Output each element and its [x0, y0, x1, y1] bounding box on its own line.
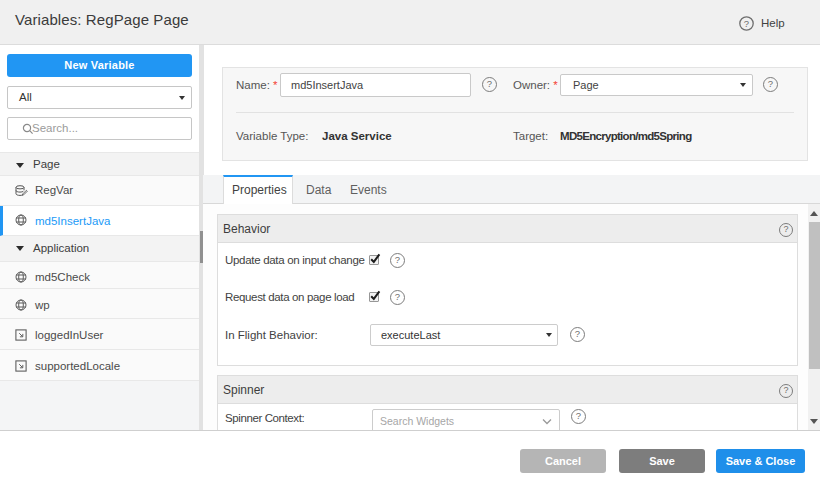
svg-text:?: ?	[744, 18, 749, 29]
